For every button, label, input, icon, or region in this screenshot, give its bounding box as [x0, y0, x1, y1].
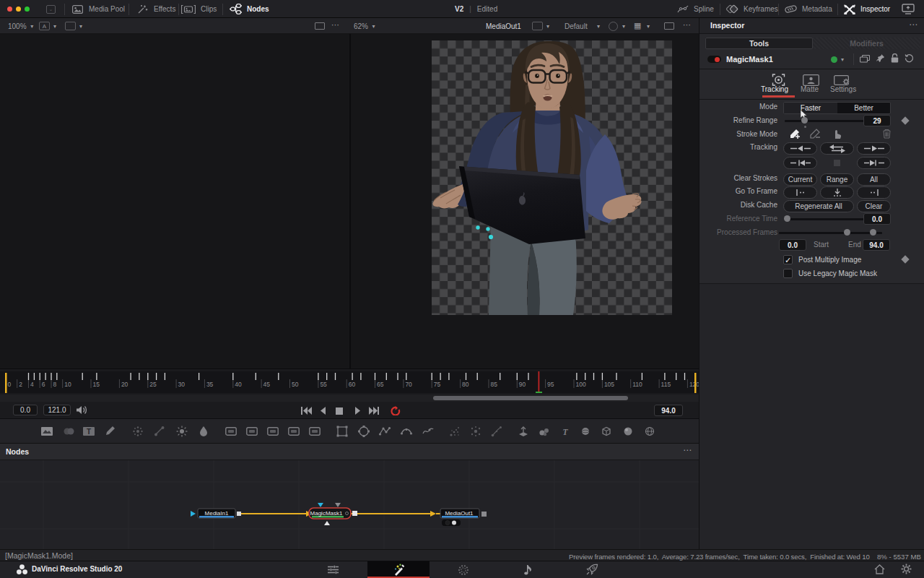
svg-text:100: 100 — [576, 381, 586, 388]
svg-text:115: 115 — [661, 381, 671, 388]
svg-text:45: 45 — [263, 381, 271, 388]
svg-text:2: 2 — [19, 381, 22, 388]
svg-text:75: 75 — [434, 381, 441, 388]
svg-text:85: 85 — [491, 381, 498, 388]
svg-text:50: 50 — [292, 381, 299, 388]
svg-text:10: 10 — [64, 381, 71, 388]
svg-text:120: 120 — [689, 381, 699, 388]
svg-text:35: 35 — [206, 381, 214, 388]
svg-text:6: 6 — [42, 381, 45, 388]
svg-text:0: 0 — [8, 381, 12, 388]
svg-text:55: 55 — [320, 381, 327, 388]
svg-text:40: 40 — [235, 381, 242, 388]
svg-text:90: 90 — [519, 381, 526, 388]
svg-text:25: 25 — [149, 381, 157, 388]
svg-text:70: 70 — [405, 381, 412, 388]
svg-text:60: 60 — [349, 381, 356, 388]
svg-text:110: 110 — [632, 381, 642, 388]
svg-text:105: 105 — [604, 381, 614, 388]
svg-text:MediaIn1: MediaIn1 — [205, 510, 229, 517]
svg-text:4: 4 — [30, 381, 34, 388]
svg-text:MediaOut1: MediaOut1 — [445, 510, 474, 517]
svg-text:65: 65 — [377, 381, 384, 388]
svg-text:T: T — [562, 427, 568, 437]
svg-text:20: 20 — [121, 381, 128, 388]
svg-text:T: T — [87, 428, 91, 436]
svg-text:30: 30 — [178, 381, 186, 388]
svg-text:80: 80 — [462, 381, 469, 388]
svg-text:95: 95 — [547, 381, 554, 388]
svg-text:15: 15 — [93, 381, 100, 388]
svg-text:8: 8 — [53, 381, 57, 388]
svg-text:MagicMask1: MagicMask1 — [310, 510, 343, 517]
